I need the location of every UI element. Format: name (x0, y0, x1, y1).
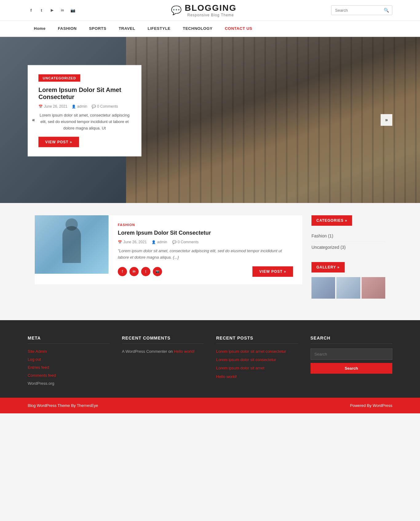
footer-meta-links: Site Admin Log out Entries feed Comments… (28, 348, 110, 386)
nav-home[interactable]: Home (28, 21, 52, 36)
recent-post-4: Hello world! (216, 374, 298, 380)
post-excerpt: "Lorem ipsum dolor sit amet, consectetur… (118, 248, 293, 261)
comment-author: A WordPress Commenter (122, 349, 168, 354)
twitter-link[interactable]: t (38, 7, 45, 14)
nav-technology[interactable]: TECHNOLOGY (177, 21, 219, 36)
categories-list: Fashion (1) Uncategorized (3) (311, 230, 385, 253)
hero-excerpt: Lorem ipsum dolor sit amet, consectetur … (38, 112, 131, 131)
social-links: f t ▶ in 📷 (28, 7, 76, 14)
nav-travel[interactable]: TRAVEL (113, 21, 141, 36)
gallery-item-2[interactable] (336, 277, 360, 299)
header: f t ▶ in 📷 💬 BLOGGING Responsive Blog Th… (0, 0, 420, 21)
hero-comments: 💬 0 Comments (92, 104, 118, 109)
comment-post-link[interactable]: Hello world! (174, 349, 195, 354)
footer-powered-by: Powered By WordPress (350, 403, 392, 408)
footer-bottom: Blog WordPress Theme By ThemesEye Powere… (0, 398, 420, 413)
hero-view-post-button[interactable]: VIEW POST » (38, 137, 79, 147)
main-container: FASHION Lorem Ipsum Dolor Sit Consectetu… (29, 203, 391, 320)
hero-post-meta: 📅 June 26, 2021 👤 admin 💬 0 Comments (38, 104, 131, 109)
logo-title: BLOGGING (185, 3, 236, 13)
hero-prev-button[interactable]: « (28, 114, 39, 126)
gallery-widget: GALLERY » (311, 262, 385, 299)
post-date: 📅 June 26, 2021 (118, 240, 147, 244)
post-instagram-button[interactable]: 📷 (153, 267, 162, 276)
hero-next-button[interactable]: » (381, 114, 392, 126)
category-fashion-label: Fashion (1) (311, 233, 333, 238)
person-image-sim (62, 226, 81, 263)
post-card: FASHION Lorem Ipsum Dolor Sit Consectetu… (35, 215, 302, 284)
nav-sports[interactable]: SPORTS (83, 21, 112, 36)
hero-slider: « UNCATEGORIZED Lorem Ipsum Dolor Sit Am… (0, 37, 420, 203)
post-social-buttons: f in t 📷 (118, 267, 162, 276)
post-calendar-icon: 📅 (118, 240, 122, 244)
header-search-input[interactable] (331, 6, 381, 15)
nav-contact-us[interactable]: CONTACT US (219, 21, 258, 36)
footer-meta-logout[interactable]: Log out (28, 356, 110, 362)
hero-date: 📅 June 26, 2021 (38, 104, 67, 109)
post-author: 👤 admin (152, 240, 167, 244)
footer-comments-title: RECENT COMMENTS (122, 336, 204, 344)
hero-category-badge: UNCATEGORIZED (38, 74, 80, 82)
post-facebook-button[interactable]: f (118, 267, 127, 276)
category-uncategorized-label: Uncategorized (3) (311, 245, 346, 250)
header-search-button[interactable]: 🔍 (381, 6, 392, 15)
footer-meta-comments-feed[interactable]: Comments feed (28, 372, 110, 378)
logo-text: BLOGGING Responsive Blog Theme (185, 3, 236, 17)
post-user-icon: 👤 (152, 240, 156, 244)
footer-meta-title: META (28, 336, 110, 344)
footer-comment-item: A WordPress Commenter on Hello world! (122, 348, 204, 355)
post-thumb-image (35, 215, 109, 274)
post-comment-icon: 💬 (172, 240, 176, 244)
instagram-link[interactable]: 📷 (69, 7, 76, 14)
footer-grid: META Site Admin Log out Entries feed Com… (28, 336, 392, 388)
recent-post-1: Lorem ipsum dolor sit amet consectetur (216, 348, 298, 354)
footer-search-input[interactable] (311, 348, 393, 360)
gallery-item-1[interactable] (311, 277, 335, 299)
post-footer: f in t 📷 VIEW POST » (118, 266, 293, 277)
post-thumbnail (35, 215, 109, 274)
post-comments: 💬 0 Comments (172, 240, 199, 244)
footer: META Site Admin Log out Entries feed Com… (0, 320, 420, 413)
post-linkedin-button[interactable]: in (129, 267, 139, 276)
gallery-grid (311, 277, 385, 299)
linkedin-link[interactable]: in (59, 7, 66, 14)
youtube-link[interactable]: ▶ (49, 7, 55, 14)
logo-subtitle: Responsive Blog Theme (185, 13, 236, 17)
main-content: FASHION Lorem Ipsum Dolor Sit Consectetu… (35, 215, 302, 308)
footer-search-title: SEARCH (311, 336, 393, 344)
footer-meta-wordpress-org[interactable]: WordPress.org (28, 380, 110, 386)
nav-fashion[interactable]: FASHION (52, 21, 83, 36)
hero-post-card: UNCATEGORIZED Lorem Ipsum Dolor Sit Amet… (28, 65, 141, 157)
categories-widget-title: CATEGORIES » (311, 215, 352, 226)
post-body: FASHION Lorem Ipsum Dolor Sit Consectetu… (109, 215, 302, 284)
category-fashion[interactable]: Fashion (1) (311, 230, 385, 242)
footer-search-widget: SEARCH Search (311, 336, 393, 388)
recent-post-3: Lorem ipsum dolor sit amet (216, 365, 298, 371)
facebook-link[interactable]: f (28, 7, 34, 14)
category-uncategorized[interactable]: Uncategorized (3) (311, 242, 385, 253)
post-category: FASHION (118, 223, 293, 227)
hero-author: 👤 admin (72, 104, 87, 109)
footer-posts-title: RECENT POSTS (216, 336, 298, 344)
post-title: Lorem Ipsum Dolor Sit Consectetur (118, 230, 293, 236)
footer-meta-entries-feed[interactable]: Entries feed (28, 364, 110, 370)
comment-icon: 💬 (92, 104, 96, 108)
main-nav: Home FASHION SPORTS TRAVEL LIFESTYLE TEC… (0, 21, 420, 37)
post-view-post-button[interactable]: VIEW POST » (252, 266, 293, 277)
logo-icon: 💬 (171, 5, 182, 15)
comment-on: on (168, 349, 174, 354)
header-search-form: 🔍 (331, 5, 392, 15)
gallery-item-3[interactable] (362, 277, 385, 299)
footer-meta-site-admin[interactable]: Site Admin (28, 348, 110, 354)
recent-post-2: Lorem ipsum dolor sit consectetur (216, 357, 298, 363)
footer-search-button[interactable]: Search (311, 363, 393, 374)
footer-comments-widget: RECENT COMMENTS A WordPress Commenter on… (122, 336, 204, 388)
calendar-icon: 📅 (38, 104, 43, 108)
categories-widget: CATEGORIES » Fashion (1) Uncategorized (… (311, 215, 385, 253)
post-twitter-button[interactable]: t (141, 267, 150, 276)
site-logo: 💬 BLOGGING Responsive Blog Theme (171, 3, 236, 17)
user-icon: 👤 (72, 104, 76, 108)
nav-lifestyle[interactable]: LIFESTYLE (141, 21, 177, 36)
gallery-widget-title: GALLERY » (311, 262, 345, 272)
footer-meta-widget: META Site Admin Log out Entries feed Com… (28, 336, 110, 388)
